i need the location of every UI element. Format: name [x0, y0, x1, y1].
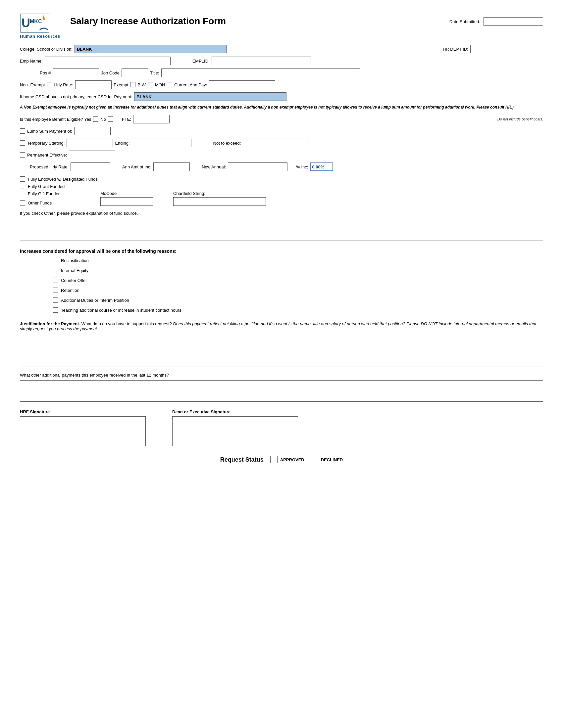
temp-row: Temporary Starting: Ending: Not to excee… [20, 139, 543, 147]
ending-label: Ending: [115, 141, 129, 146]
date-submitted-input[interactable] [484, 17, 543, 26]
dean-signature-block: Dean or Executive Signature [172, 409, 298, 446]
permanent-effective-input[interactable] [69, 151, 115, 159]
non-exempt-checkbox[interactable] [47, 82, 52, 87]
mocode-input[interactable] [100, 197, 153, 206]
request-status-label: Request Status [220, 456, 263, 463]
emp-name-input[interactable] [45, 57, 170, 65]
internal-equity-label: Internal Equity [61, 268, 88, 273]
college-label: College, School or Division: [20, 47, 72, 52]
svg-text:MKC: MKC [30, 19, 42, 24]
job-code-input[interactable] [121, 68, 148, 77]
additional-payments-textarea[interactable] [20, 380, 543, 402]
pos-input[interactable] [53, 68, 99, 77]
hrf-signature-block: HRF Signature [20, 409, 146, 446]
justification-text: What data do you have to support this re… [81, 321, 172, 326]
increase-reasons-list: Reclasification Internal Equity Counter … [53, 258, 543, 315]
current-ann-pay-label: Current Ann Pay: [174, 82, 207, 87]
endowed-row: Fully Endowed w/ Designated Funds [20, 176, 543, 182]
proposed-hrly-label: Proposed Hrly Rate: [30, 164, 69, 169]
date-submitted-label: Date Submitted: [449, 19, 480, 24]
hrf-signature-box[interactable] [20, 416, 146, 446]
exempt-checkbox[interactable] [130, 82, 135, 87]
form-title: Salary Increase Authorization Form [70, 13, 449, 26]
emp-name-row: Emp Name: EMPLID: [20, 57, 543, 65]
fte-input[interactable] [133, 115, 169, 123]
biw-checkbox[interactable] [148, 82, 153, 87]
reclassification-label: Reclasification [61, 258, 89, 263]
justification-heading: Justification for the Payment. [20, 321, 80, 326]
title-input[interactable] [161, 68, 360, 77]
additional-duties-checkbox[interactable] [53, 297, 58, 303]
dean-signature-box[interactable] [172, 416, 298, 446]
reason-teaching: Teaching additional course or increase i… [53, 307, 543, 313]
ann-amt-label: Ann Amt of Inc: [122, 164, 151, 169]
approved-label: APPROVED [280, 457, 305, 462]
reason-additional-duties: Additional Duties or Interim Position [53, 297, 543, 303]
declined-item: DECLINED [311, 456, 343, 463]
grant-row: Fully Grant Funded [20, 184, 543, 189]
not-to-exceed-input[interactable] [243, 139, 309, 147]
chartfield-input[interactable] [173, 197, 266, 206]
approved-checkbox[interactable] [270, 456, 277, 463]
other-explain-textarea[interactable] [20, 218, 543, 241]
ann-amt-input[interactable] [153, 162, 190, 171]
temp-checkbox[interactable] [20, 140, 25, 146]
gift-checkbox[interactable] [20, 191, 25, 196]
teaching-checkbox[interactable] [53, 307, 58, 313]
approved-item: APPROVED [270, 456, 305, 463]
new-annual-label: New Annual: [202, 164, 226, 169]
counter-offer-label: Counter Offer [61, 278, 87, 283]
lump-sum-input[interactable] [74, 127, 111, 135]
logo-area: U MKC Human Resources [20, 13, 60, 39]
counter-offer-checkbox[interactable] [53, 278, 58, 283]
logo-box: U MKC [20, 13, 60, 33]
mocode-chartfield: MoCode [100, 191, 153, 206]
reason-reclassification: Reclasification [53, 258, 543, 263]
emplid-label: EMPLID: [192, 59, 210, 64]
retention-checkbox[interactable] [53, 288, 58, 293]
permanent-row: Permanent Effective: [20, 151, 543, 159]
temp-starting-input[interactable] [67, 139, 113, 147]
date-submitted-area: Date Submitted: [449, 13, 543, 26]
request-status-row: Request Status APPROVED DECLINED [20, 456, 543, 463]
chartfield-label: Chartfield String: [173, 191, 266, 196]
justification-textarea[interactable] [20, 334, 543, 367]
benefit-no-checkbox[interactable] [108, 116, 113, 122]
mon-checkbox[interactable] [167, 82, 172, 87]
hrly-rate-input[interactable] [75, 80, 112, 89]
reclassification-checkbox[interactable] [53, 258, 58, 263]
csd-input[interactable] [134, 92, 287, 101]
emplid-input[interactable] [211, 57, 311, 65]
lump-sum-checkbox[interactable] [20, 128, 25, 134]
benefit-yes-checkbox[interactable] [93, 116, 98, 122]
other-label: Other Funds [28, 201, 52, 205]
hr-dept-id-input[interactable] [470, 45, 543, 53]
declined-checkbox[interactable] [311, 456, 318, 463]
reason-counter-offer: Counter Offer [53, 278, 543, 283]
college-input[interactable] [74, 45, 227, 53]
ending-input[interactable] [132, 139, 191, 147]
increases-heading: Increases considered for approval will b… [20, 249, 543, 254]
other-explain-label: If you check Other, please provide expla… [20, 211, 543, 216]
new-annual-input[interactable] [228, 162, 288, 171]
additional-payments-section: What other additional payments this empl… [20, 373, 543, 378]
current-ann-pay-input[interactable] [209, 80, 275, 89]
gift-mocode-row: Fully Gift Funded Other Funds MoCode Cha… [20, 191, 543, 207]
other-checkbox[interactable] [20, 200, 25, 205]
grant-checkbox[interactable] [20, 184, 25, 189]
do-not-include-label: Do not include benefit costs. [497, 117, 543, 121]
permanent-label: Permanent Effective: [27, 153, 67, 158]
pct-inc-input[interactable] [310, 162, 333, 171]
chartfield-area: Chartfield String: [173, 191, 266, 206]
permanent-checkbox[interactable] [20, 152, 25, 158]
proposed-hrly-input[interactable] [70, 162, 110, 171]
benefit-row: Is this employee Benefit Eligible? Yes N… [20, 115, 543, 123]
hrf-signature-label: HRF Signature [20, 409, 146, 414]
biw-label: BIW [137, 82, 146, 87]
form-header: U MKC Human Resources Salary Increase Au… [20, 13, 543, 39]
internal-equity-checkbox[interactable] [53, 268, 58, 273]
endowed-checkbox[interactable] [20, 176, 25, 182]
job-code-label: Job Code [101, 70, 119, 75]
additional-payments-label: What other additional payments this empl… [20, 373, 169, 378]
